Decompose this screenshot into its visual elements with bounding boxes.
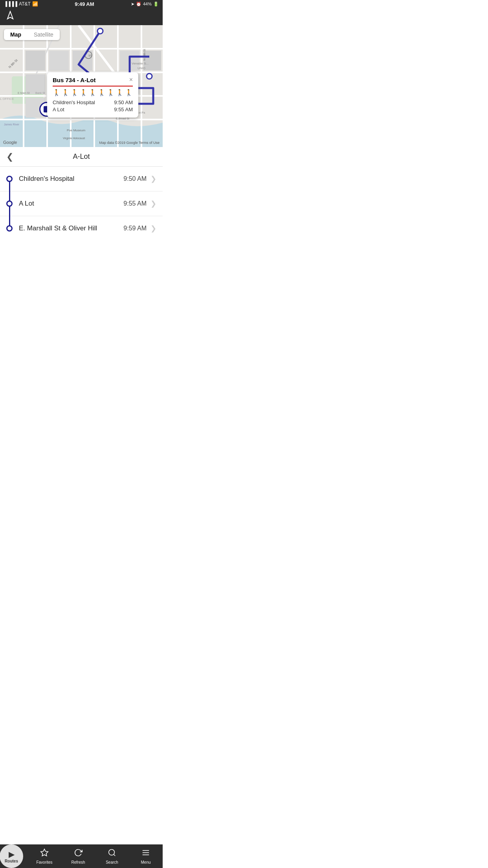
stop-time-1: 9:55 AM <box>123 200 147 207</box>
stop-dot-1 <box>6 200 13 207</box>
svg-rect-15 <box>49 51 69 70</box>
stop-item-0[interactable]: Children's Hospital 9:50 AM ❯ <box>0 167 163 191</box>
stop-dot-0 <box>6 176 13 182</box>
bus-popup-title: Bus 734 - A-Lot <box>53 77 95 83</box>
bus-popup-people: 🚶 🚶 🚶 🚶 🚶 🚶 🚶 🚶 🚶 <box>53 89 133 96</box>
svg-rect-18 <box>143 51 161 70</box>
map-copyright: Map data ©2019 Google Terms of Use <box>99 141 160 145</box>
battery-icon: 🔋 <box>153 2 159 7</box>
nav-bar <box>0 8 163 25</box>
battery-label: 44% <box>143 2 152 6</box>
stop-line-container-0 <box>6 176 13 182</box>
location-icon: ➤ <box>131 2 134 7</box>
bus-popup-header: Bus 734 - A-Lot × <box>53 76 133 83</box>
alarm-icon: ⏰ <box>136 2 141 7</box>
bus-popup-stop-0: Children's Hospital 9:50 AM <box>53 99 133 105</box>
svg-text:E Main St: E Main St <box>18 92 29 94</box>
stops-list: Children's Hospital 9:50 AM ❯ A Lot 9:55… <box>0 167 163 241</box>
stop-chevron-1: ❯ <box>150 199 156 208</box>
bus-popup-stop-name-1: A Lot <box>53 107 64 112</box>
carrier-label: AT&T <box>19 1 31 7</box>
svg-text:E Broad St: E Broad St <box>116 117 129 120</box>
svg-text:L OFFICE: L OFFICE <box>0 97 14 101</box>
stop-line-container-1 <box>6 200 13 207</box>
bus-popup-close[interactable]: × <box>129 76 133 83</box>
svg-text:Virginia Holocaust: Virginia Holocaust <box>63 137 85 140</box>
person-icon-3: 🚶 <box>71 89 79 96</box>
person-icon-2: 🚶 <box>62 89 70 96</box>
signal-icon: ▐▐▐▐ <box>4 1 17 7</box>
bus-popup-stop-1: A Lot 9:55 AM <box>53 107 133 112</box>
svg-rect-19 <box>26 74 45 94</box>
stop-name-0: Children's Hospital <box>19 175 74 182</box>
stop-info-2: E. Marshall St & Oliver Hill <box>19 224 123 232</box>
person-icon-5: 🚶 <box>89 89 97 96</box>
stop-dot-2 <box>6 225 13 232</box>
map-toggle-map[interactable]: Map <box>4 29 28 40</box>
svg-text:Venable S...: Venable S... <box>132 62 149 65</box>
person-icon-8: 🚶 <box>116 89 124 96</box>
bus-popup-stop-time-0: 9:50 AM <box>114 99 133 105</box>
svg-text:Bank St: Bank St <box>35 92 45 94</box>
stop-right-1: 9:55 AM ❯ <box>123 199 156 208</box>
bus-popup: Bus 734 - A-Lot × 🚶 🚶 🚶 🚶 🚶 🚶 🚶 🚶 🚶 Chil… <box>47 72 138 118</box>
wifi-icon: 📶 <box>32 1 38 7</box>
person-icon-1: 🚶 <box>53 89 61 96</box>
stop-line-container-2 <box>6 225 13 232</box>
stop-time-2: 9:59 AM <box>123 225 147 232</box>
person-icon-6: 🚶 <box>98 89 106 96</box>
bus-popup-stop-name-0: Children's Hospital <box>53 99 95 105</box>
nav-location-icon[interactable] <box>6 11 15 22</box>
svg-rect-14 <box>26 51 45 70</box>
back-button[interactable]: ❮ <box>6 152 13 162</box>
person-icon-7: 🚶 <box>107 89 115 96</box>
stop-right-2: 9:59 AM ❯ <box>123 224 156 233</box>
stop-info-1: A Lot <box>19 200 123 208</box>
stop-chevron-2: ❯ <box>150 224 156 233</box>
svg-text:N 18th St: N 18th St <box>143 49 146 61</box>
bus-popup-stop-time-1: 9:55 AM <box>114 107 133 112</box>
google-label: Google <box>3 140 17 145</box>
stop-info-0: Children's Hospital <box>19 175 123 183</box>
svg-rect-17 <box>120 51 139 70</box>
svg-text:Poe Museum: Poe Museum <box>67 129 85 132</box>
status-right: ➤ ⏰ 44% 🔋 <box>131 2 159 7</box>
stop-name-2: E. Marshall St & Oliver Hill <box>19 224 97 232</box>
stop-item-2[interactable]: E. Marshall St & Oliver Hill 9:59 AM ❯ <box>0 216 163 241</box>
map-toggle[interactable]: Map Satellite <box>4 29 60 40</box>
route-title: A-Lot <box>73 153 90 161</box>
map-toggle-satellite[interactable]: Satellite <box>28 29 60 40</box>
stop-right-0: 9:50 AM ❯ <box>123 175 156 183</box>
status-left: ▐▐▐▐ AT&T 📶 <box>4 1 38 7</box>
bus-popup-stops: Children's Hospital 9:50 AM A Lot 9:55 A… <box>53 99 133 112</box>
svg-text:UNIO: UNIO <box>138 66 145 70</box>
bus-popup-divider <box>53 86 133 86</box>
section-header: ❮ A-Lot <box>0 147 163 167</box>
svg-text:James River: James River <box>4 123 20 126</box>
stop-chevron-0: ❯ <box>150 175 156 183</box>
stop-name-1: A Lot <box>19 200 34 207</box>
person-icon-9: 🚶 <box>125 89 133 96</box>
map-container: N 8th St N 14th St N 18th St E Main St J… <box>0 25 163 147</box>
stop-item-1[interactable]: A Lot 9:55 AM ❯ <box>0 191 163 216</box>
stop-time-0: 9:50 AM <box>123 175 147 182</box>
status-time: 9:49 AM <box>75 1 94 7</box>
person-icon-4: 🚶 <box>80 89 88 96</box>
status-bar: ▐▐▐▐ AT&T 📶 9:49 AM ➤ ⏰ 44% 🔋 <box>0 0 163 8</box>
